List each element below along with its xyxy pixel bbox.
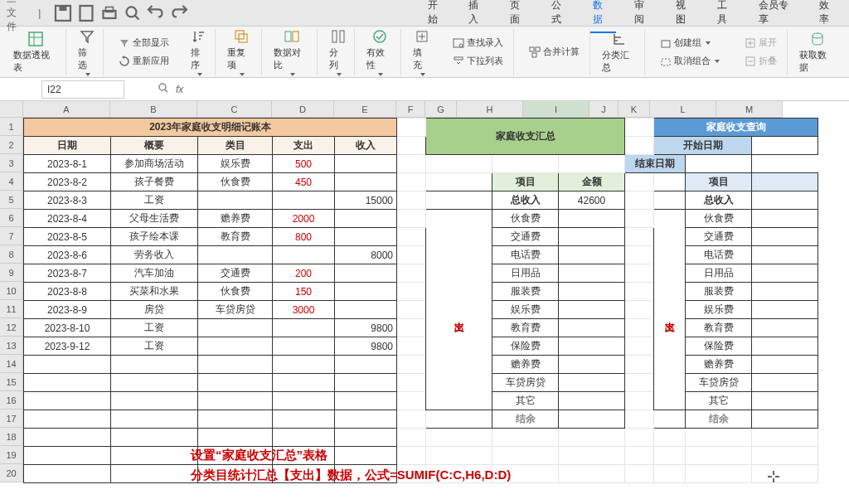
ribbon-group-ops: 创建组 取消组合 [650, 29, 730, 75]
undo-icon[interactable] [146, 3, 166, 23]
formula-input[interactable] [190, 80, 770, 99]
svg-line-30 [165, 90, 167, 92]
menubar: 三 文件 | 开始 插入 页面 公式 数据 审阅 视图 工具 会员专享 效率 [0, 0, 849, 27]
find-record-button[interactable]: 查找录入 [449, 35, 507, 51]
row-header-3[interactable]: 3 [0, 154, 23, 172]
grid[interactable]: 2023年家庭收支明细记账本家庭收支汇总家庭收支查询日期概要类目支出收入开始日期… [23, 118, 818, 483]
svg-point-19 [459, 44, 463, 47]
svg-rect-12 [285, 32, 291, 41]
svg-line-6 [135, 15, 138, 18]
row-header-14[interactable]: 14 [0, 355, 23, 373]
row-headers: 1234567891011121314151617181920 [0, 118, 23, 482]
ribbon-validity[interactable]: 有效性 [360, 29, 401, 75]
ribbon-subtotal[interactable]: 分类汇总 [595, 29, 646, 75]
svg-rect-7 [29, 32, 42, 46]
new-icon[interactable] [76, 3, 96, 23]
svg-rect-1 [59, 6, 66, 11]
row-header-2[interactable]: 2 [0, 136, 23, 154]
annotation-line1: 设置“家庭收支汇总”表格 [191, 448, 327, 463]
col-header-L[interactable]: L [650, 101, 716, 118]
ribbon-filter-group: 筛选 [71, 29, 104, 75]
select-all-corner[interactable] [0, 101, 23, 118]
row-header-12[interactable]: 12 [0, 318, 23, 337]
row-header-11[interactable]: 11 [0, 300, 23, 318]
group-button[interactable]: 创建组 [657, 35, 723, 51]
svg-rect-24 [662, 41, 670, 47]
fx-label[interactable]: fx [176, 84, 183, 95]
ribbon-sort[interactable]: 排序 [184, 29, 216, 75]
row-header-1[interactable]: 1 [0, 118, 23, 136]
row-header-15[interactable]: 15 [0, 373, 23, 391]
svg-rect-25 [662, 59, 670, 65]
row-header-4[interactable]: 4 [0, 172, 23, 191]
svg-rect-20 [454, 57, 463, 60]
col-header-H[interactable]: H [457, 101, 523, 118]
reapply-button[interactable]: 重新应用 [115, 53, 172, 69]
col-header-A[interactable]: A [23, 101, 110, 118]
row-header-7[interactable]: 7 [0, 227, 23, 245]
ribbon-expand-collapse: 展开 折叠 [735, 29, 788, 75]
annotation-line2: 分类目统计汇总【支出】数据，公式=SUMIF(C:C,H6,D:D) [191, 468, 511, 483]
svg-point-5 [126, 7, 136, 17]
col-header-C[interactable]: C [197, 101, 272, 118]
ungroup-button[interactable]: 取消组合 [657, 53, 723, 69]
row-header-13[interactable]: 13 [0, 337, 23, 355]
ribbon-data-tools: 重复项 [221, 29, 262, 75]
spreadsheet: ABCDEFGHIJKLM 12345678910111213141516171… [0, 101, 849, 504]
save-icon[interactable] [53, 3, 73, 23]
col-header-I[interactable]: I [523, 101, 589, 118]
svg-rect-10 [235, 31, 244, 39]
ribbon-compare[interactable]: 数据对比 [267, 29, 318, 75]
expand-button[interactable]: 展开 [741, 35, 780, 51]
svg-rect-13 [293, 32, 298, 41]
filter-button[interactable]: 筛选 [78, 28, 96, 76]
row-header-20[interactable]: 20 [0, 464, 23, 482]
svg-rect-18 [454, 39, 463, 47]
svg-rect-14 [332, 31, 337, 42]
col-header-D[interactable]: D [272, 101, 334, 118]
ribbon-get-data[interactable]: 获取数据 [793, 29, 842, 75]
ribbon-consolidate[interactable]: 合并计算 [519, 29, 590, 75]
svg-rect-22 [536, 47, 540, 51]
row-header-5[interactable]: 5 [0, 191, 23, 209]
svg-point-28 [813, 33, 822, 38]
col-header-M[interactable]: M [716, 101, 783, 118]
ribbon-record-group: 查找录入 下拉列表 [443, 29, 514, 75]
col-header-J[interactable]: J [589, 101, 619, 118]
ribbon-split[interactable]: 分列 [323, 29, 355, 75]
ribbon-fill[interactable]: 填充 [406, 29, 438, 75]
svg-rect-15 [340, 31, 344, 42]
svg-rect-2 [80, 6, 92, 21]
row-header-16[interactable]: 16 [0, 391, 23, 410]
row-header-8[interactable]: 8 [0, 245, 23, 264]
row-header-10[interactable]: 10 [0, 282, 23, 300]
formula-bar: I22 fx [0, 78, 849, 101]
dropdown-list-button[interactable]: 下拉列表 [449, 53, 507, 69]
row-header-19[interactable]: 19 [0, 446, 23, 464]
row-header-17[interactable]: 17 [0, 410, 23, 428]
ribbon-pivot[interactable]: 数据透视表 [7, 29, 66, 75]
duplicate-button[interactable]: 重复项 [227, 28, 255, 76]
col-header-E[interactable]: E [334, 101, 396, 118]
col-header-K[interactable]: K [619, 101, 650, 118]
search-icon[interactable] [158, 82, 169, 96]
print-icon[interactable] [99, 3, 119, 23]
name-box[interactable]: I22 [41, 80, 124, 99]
svg-point-29 [159, 84, 166, 90]
col-header-F[interactable]: F [396, 101, 425, 118]
col-header-B[interactable]: B [110, 101, 197, 118]
row-header-6[interactable]: 6 [0, 209, 23, 227]
cursor-icon [767, 470, 780, 486]
col-header-G[interactable]: G [425, 101, 457, 118]
svg-rect-11 [239, 34, 247, 42]
collapse-button[interactable]: 折叠 [741, 53, 780, 69]
show-all-button[interactable]: 全部显示 [115, 35, 172, 51]
preview-icon[interactable] [123, 3, 143, 23]
column-headers: ABCDEFGHIJKLM [23, 101, 783, 118]
file-menu[interactable]: 三 文件 [7, 3, 27, 23]
ribbon-filter-opts: 全部显示 重新应用 [109, 29, 179, 75]
row-header-9[interactable]: 9 [0, 264, 23, 282]
svg-rect-23 [532, 53, 536, 57]
row-header-18[interactable]: 18 [0, 428, 23, 446]
redo-icon[interactable] [169, 3, 189, 23]
